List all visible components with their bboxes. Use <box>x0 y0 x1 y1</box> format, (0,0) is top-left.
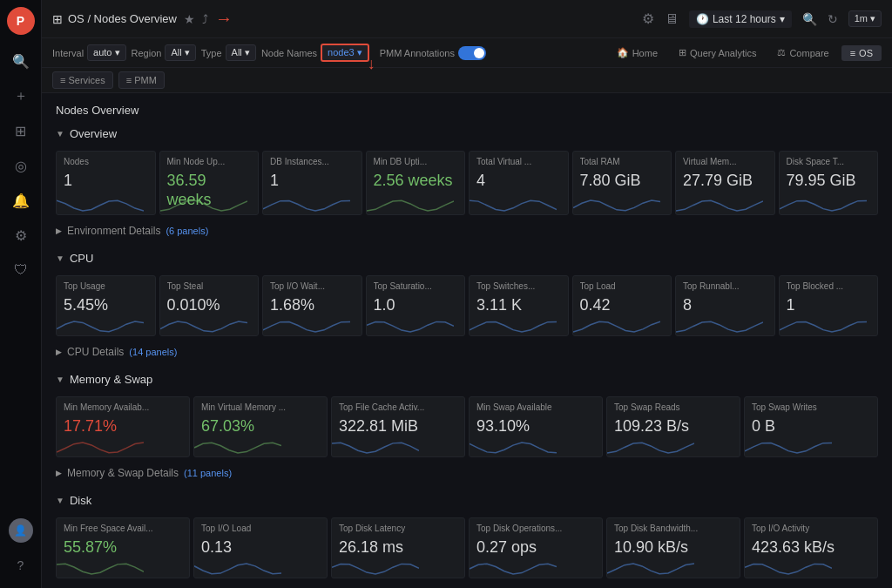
metric-card[interactable]: Top Switches...3.11 K <box>469 275 569 336</box>
star-icon[interactable]: ★ <box>184 12 195 26</box>
tab-query-analytics[interactable]: ⊞ Query Analytics <box>670 44 765 61</box>
sidebar-item-search[interactable]: 🔍 <box>5 45 37 77</box>
metric-card[interactable]: Top Disk Bandwidth...10.90 kB/s <box>606 517 740 578</box>
monitor-icon[interactable]: 🖥 <box>665 11 679 27</box>
metric-card[interactable]: Min DB Upti...2.56 weeks <box>366 151 466 215</box>
metric-card-title: Top Usage <box>64 281 148 291</box>
mem-details-title: Memory & Swap Details <box>67 467 179 479</box>
cpu-cards: Top Usage5.45%Top Steal0.010%Top I/O Wai… <box>56 275 878 336</box>
search-time-icon[interactable]: 🔍 <box>802 12 817 26</box>
memory-cards: Min Memory Availab...17.71%Min Virtual M… <box>56 396 878 457</box>
metric-card[interactable]: Disk Space T...79.95 GiB <box>779 151 879 215</box>
tab-home[interactable]: 🏠 Home <box>608 44 666 61</box>
metric-card-value: 26.18 ms <box>339 538 457 558</box>
clock-icon: 🕐 <box>696 13 709 25</box>
metric-card[interactable]: Min Free Space Avail...55.87% <box>56 517 190 578</box>
metric-card-title: Min DB Upti... <box>374 157 458 166</box>
metric-card[interactable]: Top Steal0.010% <box>159 275 260 336</box>
sparkline-chart <box>745 560 832 578</box>
tab-os[interactable]: ≡ OS <box>841 45 882 61</box>
memory-details-divider[interactable]: ▶ Memory & Swap Details (11 panels) <box>56 464 878 482</box>
page-breadcrumb: ⊞ OS / Nodes Overview <box>52 12 177 26</box>
metric-card-value: 0.010% <box>167 296 252 315</box>
time-range-picker[interactable]: 🕐 Last 12 hours ▾ <box>689 10 792 28</box>
metric-card[interactable]: Top Usage5.45% <box>56 275 156 336</box>
metric-card[interactable]: Total RAM7.80 GiB <box>572 151 672 215</box>
cpu-details-arrow: ▶ <box>56 348 62 356</box>
main-content: ⊞ OS / Nodes Overview ★ ⤴ ← ⚙ 🖥 🕐 Last 1… <box>42 0 892 588</box>
tab-compare[interactable]: ⚖ Compare <box>768 44 837 61</box>
metric-card[interactable]: Top Swap Writes0 B <box>744 396 878 457</box>
interval-select[interactable]: auto ▾ <box>87 44 125 61</box>
metric-card[interactable]: Top Blocked ...1 <box>779 275 879 336</box>
sparkline-chart <box>470 560 557 578</box>
metric-card[interactable]: Min Memory Availab...17.71% <box>56 396 190 457</box>
disk-title: Disk <box>70 494 91 507</box>
type-select[interactable]: All ▾ <box>226 44 256 61</box>
metric-card-value: 7.80 GiB <box>580 172 665 191</box>
metric-card[interactable]: Top Saturatio...1.0 <box>366 275 466 336</box>
metric-card-title: Top Saturatio... <box>374 281 458 291</box>
pmm-annotations-toggle[interactable] <box>458 46 486 60</box>
metric-card-title: Top File Cache Activ... <box>339 402 457 412</box>
sidebar: P 🔍 ＋ ⊞ ◎ 🔔 ⚙ 🛡 👤 ? <box>0 0 42 588</box>
pmm-button[interactable]: ≡ PMM <box>118 71 165 89</box>
metric-card[interactable]: Min Swap Available93.10% <box>469 396 603 457</box>
disk-collapse[interactable]: ▼ Disk <box>56 490 878 510</box>
refresh-icon[interactable]: ↻ <box>828 12 838 26</box>
metric-card[interactable]: Top I/O Load0.13 <box>193 517 328 578</box>
metric-card[interactable]: DB Instances...1 <box>262 151 362 215</box>
sidebar-item-help[interactable]: ? <box>5 550 37 581</box>
environment-divider[interactable]: ▶ Environment Details (6 panels) <box>56 222 878 240</box>
metric-card[interactable]: Min Node Up...36.59 weeks <box>159 151 260 215</box>
node-names-select[interactable]: node3 ▾ <box>321 44 369 62</box>
share-icon[interactable]: ⤴ <box>202 12 208 26</box>
metric-card[interactable]: Top Load0.42 <box>572 275 672 336</box>
metric-card[interactable]: Top Runnabl...8 <box>675 275 775 336</box>
metric-card[interactable]: Top File Cache Activ...322.81 MiB <box>331 396 465 457</box>
sidebar-item-settings[interactable]: ⚙ <box>5 220 37 251</box>
memory-collapse[interactable]: ▼ Memory & Swap <box>56 369 878 389</box>
metric-card-value: 27.79 GiB <box>683 172 767 191</box>
cpu-collapse[interactable]: ▼ CPU <box>56 248 878 268</box>
mem-details-panel-count: (11 panels) <box>184 468 232 478</box>
sidebar-item-alerting[interactable]: 🔔 <box>5 185 37 216</box>
metric-card-title: Min Swap Available <box>476 402 595 412</box>
metric-card[interactable]: Top I/O Wait...1.68% <box>262 275 362 336</box>
overview-collapse[interactable]: ▼ Overview <box>56 124 878 144</box>
sidebar-item-shield[interactable]: 🛡 <box>5 254 37 286</box>
cpu-details-title: CPU Details <box>67 346 124 358</box>
metric-card[interactable]: Virtual Mem...27.79 GiB <box>675 151 775 215</box>
metric-card[interactable]: Top Disk Latency26.18 ms <box>331 517 465 578</box>
content-area: Nodes Overview ▼ Overview Nodes1Min Node… <box>42 93 892 588</box>
avatar[interactable]: 👤 <box>9 518 33 543</box>
metric-card[interactable]: Min Virtual Memory ...67.03% <box>193 396 328 457</box>
refresh-rate-select[interactable]: 1m ▾ <box>848 10 882 27</box>
pmm-annotations-label: PMM Annotations <box>380 48 455 58</box>
metric-card[interactable]: Top Swap Reads109.23 B/s <box>606 396 740 457</box>
cpu-details-divider[interactable]: ▶ CPU Details (14 panels) <box>56 343 878 361</box>
metric-card-title: Top Switches... <box>476 281 561 291</box>
sidebar-item-explore[interactable]: ◎ <box>5 150 37 181</box>
page-section-title: Nodes Overview <box>56 104 878 117</box>
metric-card-title: Top Disk Latency <box>339 524 457 533</box>
services-button[interactable]: ≡ Services <box>52 71 113 89</box>
metric-card-value: 17.71% <box>64 417 182 436</box>
metric-card[interactable]: Top I/O Activity423.63 kB/s <box>744 517 878 578</box>
sparkline-chart <box>367 318 454 335</box>
settings-icon[interactable]: ⚙ <box>642 10 654 27</box>
sidebar-item-dashboard[interactable]: ⊞ <box>5 115 37 146</box>
app-logo[interactable]: P <box>7 7 35 35</box>
metric-card-value: 0.42 <box>580 296 665 315</box>
metric-card-value: 67.03% <box>201 417 320 436</box>
metric-card[interactable]: Top Disk Operations...0.27 ops <box>469 517 603 578</box>
metric-card[interactable]: Total Virtual ...4 <box>469 151 569 215</box>
metric-card[interactable]: Nodes1 <box>56 151 156 215</box>
sidebar-item-add[interactable]: ＋ <box>5 80 37 112</box>
region-select[interactable]: All ▾ <box>165 44 195 61</box>
cpu-collapse-arrow: ▼ <box>56 253 64 263</box>
metric-card-value: 8 <box>683 296 767 315</box>
metric-card-title: Min Node Up... <box>167 157 252 166</box>
topbar-actions: ⚙ 🖥 🕐 Last 12 hours ▾ 🔍 ↻ 1m ▾ <box>642 10 882 28</box>
region-label: Region <box>132 48 162 58</box>
